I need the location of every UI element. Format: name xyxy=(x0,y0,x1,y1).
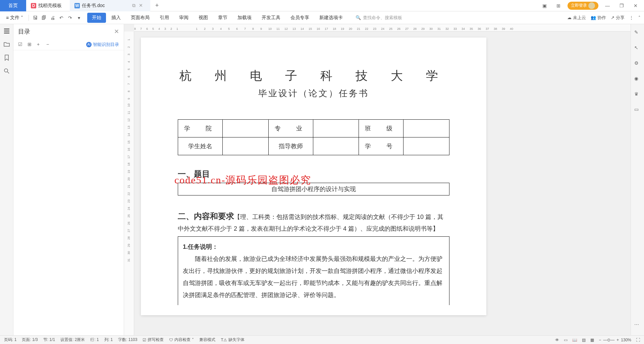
fullscreen-icon[interactable]: ⛶ xyxy=(636,338,640,342)
status-page-no[interactable]: 页码: 1 xyxy=(4,337,16,343)
view-mode-outline-icon[interactable]: ▦ xyxy=(590,338,594,342)
ribbon-tab-6[interactable]: 章节 xyxy=(213,13,232,23)
status-page[interactable]: 页面: 1/3 xyxy=(22,337,38,343)
collapse-ribbon-icon[interactable]: ˄ xyxy=(638,15,641,20)
apps-icon[interactable]: ⊞ xyxy=(553,3,564,8)
zoom-in-button[interactable]: + xyxy=(616,338,619,342)
tab-close-icon[interactable]: ✕ xyxy=(139,3,143,8)
val-name[interactable] xyxy=(223,137,269,155)
view-mode-web-icon[interactable]: ▤ xyxy=(582,338,586,342)
svg-rect-2 xyxy=(4,33,9,34)
minimize-button[interactable]: — xyxy=(602,3,612,8)
titlebar: 首页 D 找稻壳模板 W 任务书.doc ⧉ ✕ + ▣ ⊞ 立即登录 — ❐ … xyxy=(0,0,644,11)
status-words[interactable]: 字数: 1103 xyxy=(118,337,137,343)
new-tab-button[interactable]: + xyxy=(150,2,164,9)
more-icon[interactable]: ⋮ xyxy=(629,15,634,20)
premium-icon[interactable]: ♛ xyxy=(634,91,641,98)
toc-remove-icon[interactable]: − xyxy=(46,42,52,48)
avatar-icon xyxy=(588,2,595,9)
val-major[interactable] xyxy=(313,120,359,137)
find-icon[interactable] xyxy=(3,68,10,74)
dropdown-icon[interactable]: ▾ xyxy=(75,14,83,21)
command-search[interactable]: 🔍 查找命令、搜索模板 xyxy=(356,15,402,21)
tab-store[interactable]: D 找稻壳模板 xyxy=(26,0,70,11)
status-spellcheck[interactable]: ☑ 拼写检查 xyxy=(143,337,164,343)
toc-check-icon[interactable]: ☑ xyxy=(18,42,24,48)
zoom-out-button[interactable]: − xyxy=(599,338,601,342)
settings-icon[interactable]: ⚙ xyxy=(634,60,641,67)
close-button[interactable]: ✕ xyxy=(631,3,641,8)
task-box: 1.任务说明： 随着社会的发展，旅游业已成为全球经济中发展势头最强劲和规模最大的… xyxy=(178,236,449,305)
val-class[interactable] xyxy=(404,120,449,137)
app-menu-button[interactable]: ≡ 文件 ˅ xyxy=(3,13,26,22)
redo-icon[interactable]: ↷ xyxy=(66,14,74,21)
view-mode-page-icon[interactable]: ▭ xyxy=(564,338,568,342)
layout-icon[interactable]: ▣ xyxy=(539,3,549,8)
editor-area: 8765432112345678910111213141516171819202… xyxy=(124,24,631,335)
ai-icon[interactable]: ◉ xyxy=(634,76,641,82)
toc-expand-icon[interactable]: ⊞ xyxy=(28,42,34,48)
section2-head: 二、内容和要求 xyxy=(178,212,234,221)
status-row[interactable]: 行: 1 xyxy=(90,337,99,343)
smart-toc-button[interactable]: AI 智能识别目录 xyxy=(86,42,119,48)
task-body: 随着社会的发展，旅游业已成为全球经济中发展势头最强劲和规模最大的产业之一。为方便… xyxy=(183,253,444,301)
login-label: 立即登录 xyxy=(571,3,587,8)
toc-sidebar: 目录 ✕ ☑ ⊞ + − AI 智能识别目录 xyxy=(13,24,124,335)
left-panel-bar xyxy=(0,24,13,335)
doc-university: 杭 州 电 子 科 技 大 学 xyxy=(178,68,449,84)
edit-icon[interactable]: ✎ xyxy=(634,30,641,36)
select-icon[interactable]: ↖ xyxy=(634,45,641,52)
status-compat[interactable]: 兼容模式 xyxy=(199,337,215,343)
status-missing-font[interactable]: T⚠ 缺失字体 xyxy=(221,337,244,343)
ribbon-tab-7[interactable]: 加载项 xyxy=(233,13,256,23)
outline-icon[interactable] xyxy=(3,27,10,34)
view-mode-read-icon[interactable]: 👁 xyxy=(555,338,559,342)
save-as-icon[interactable]: 🗐 xyxy=(40,14,48,21)
zoom-slider[interactable]: —⊙— xyxy=(603,338,614,342)
ribbon-tab-10[interactable]: 新建选项卡 xyxy=(315,13,347,23)
toc-add-icon[interactable]: + xyxy=(37,42,43,48)
svg-rect-0 xyxy=(4,28,9,30)
status-col[interactable]: 列: 1 xyxy=(104,337,113,343)
vertical-ruler[interactable]: 1234567891011121314151617181920212223242… xyxy=(124,32,134,335)
login-button[interactable]: 立即登录 xyxy=(568,2,598,10)
zoom-value[interactable]: 130% xyxy=(621,338,631,342)
view-mode-book-icon[interactable]: 📖 xyxy=(572,338,577,342)
status-position[interactable]: 设置值: 2厘米 xyxy=(60,337,85,343)
bookmark-icon[interactable] xyxy=(3,54,10,61)
save-icon[interactable]: 🖫 xyxy=(32,14,39,21)
label-id: 学 号 xyxy=(359,137,404,155)
ribbon-tab-8[interactable]: 开发工具 xyxy=(257,13,285,23)
store-icon: D xyxy=(31,3,36,8)
ribbon-tabs: 开始插入页面布局引用审阅视图章节加载项开发工具会员专享新建选项卡 xyxy=(87,13,347,23)
undo-icon[interactable]: ↶ xyxy=(58,14,65,21)
val-id[interactable] xyxy=(404,137,449,155)
ribbon-tab-5[interactable]: 视图 xyxy=(194,13,213,23)
ribbon-tab-9[interactable]: 会员专享 xyxy=(286,13,314,23)
ribbon-tab-4[interactable]: 审阅 xyxy=(174,13,193,23)
document-page[interactable]: 杭 州 电 子 科 技 大 学 毕业设计（论文）任务书 学 院 专 业 班 级 … xyxy=(141,38,486,315)
ribbon-tab-0[interactable]: 开始 xyxy=(87,13,106,23)
section2: 二、内容和要求【理、工科类：包括需达到的技术指标、规定阅读的文献（不得少于 10… xyxy=(178,209,449,234)
print-icon[interactable]: 🖨 xyxy=(49,14,56,21)
tab-detach-icon[interactable]: ⧉ xyxy=(132,3,136,8)
maximize-button[interactable]: ❐ xyxy=(616,3,627,8)
cloud-status[interactable]: ☁ 未上云 xyxy=(567,15,586,21)
collab-button[interactable]: 👥 协作 xyxy=(591,15,606,21)
reader-icon[interactable]: ▭ xyxy=(634,107,641,113)
val-teacher[interactable] xyxy=(313,137,359,155)
ribbon-tab-2[interactable]: 页面布局 xyxy=(126,13,154,23)
status-content-check[interactable]: 🛡 内容检查 ˅ xyxy=(169,337,194,343)
share-button[interactable]: ↗ 分享 xyxy=(611,15,625,21)
tab-document[interactable]: W 任务书.doc ⧉ ✕ xyxy=(70,0,150,11)
right-panel-bar: ✎ ↖ ⚙ ◉ ♛ ▭ ⋯ xyxy=(631,24,644,335)
folder-icon[interactable] xyxy=(3,41,10,48)
val-college[interactable] xyxy=(223,120,269,137)
tab-home[interactable]: 首页 xyxy=(0,0,26,11)
status-section[interactable]: 节: 1/1 xyxy=(43,337,55,343)
sidebar-close-icon[interactable]: ✕ xyxy=(114,28,119,35)
horizontal-ruler[interactable]: 8765432112345678910111213141516171819202… xyxy=(134,24,631,32)
ribbon-tab-3[interactable]: 引用 xyxy=(155,13,174,23)
ribbon-tab-1[interactable]: 插入 xyxy=(107,13,125,23)
feedback-icon[interactable]: ⋯ xyxy=(634,322,641,329)
